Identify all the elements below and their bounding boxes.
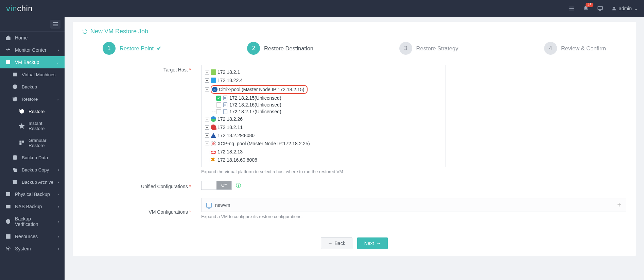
step-restore-destination[interactable]: 2 Restore Destination [247,42,313,55]
sidebar: Home Monitor Center ‹ VM VM Backup ⌄ Vir… [0,17,65,280]
nav-restore-sub[interactable]: Restore [0,105,65,117]
monitor-center-icon [5,47,11,53]
chevron-left-icon: ‹ [58,193,59,196]
nav-label: Instant Restore [29,121,59,131]
notification-badge: 46 [586,3,593,7]
step-review[interactable]: 4 Review & Confirm [544,42,606,55]
server-icon [223,109,227,114]
topbar: vinchin 46 admin ⌄ [0,0,644,17]
step-num: 3 [399,42,412,55]
vm-icon [206,203,212,208]
hamburger-icon[interactable] [50,20,60,29]
tree-node[interactable]: +172.18.2.29:8080 [205,131,442,139]
nav-restore[interactable]: Restore ⌄ [0,93,65,105]
expand-icon[interactable]: + [205,142,209,146]
tree-child-node[interactable]: 172.18.2.16(Unlicensed) [216,101,442,108]
chevron-down-icon: ⌄ [56,97,59,101]
nav-monitor[interactable]: Monitor Center ‹ [0,44,65,56]
next-button[interactable]: Next → [357,237,388,249]
nav-instant-restore[interactable]: Instant Restore [0,117,65,134]
chevron-left-icon: ‹ [58,180,59,184]
chevron-left-icon: ‹ [58,48,59,52]
step-num: 1 [103,42,116,55]
nav-label: Backup [22,84,37,89]
checkbox[interactable] [216,109,221,114]
tree-node[interactable]: +172.18.2.1 [205,68,442,76]
tree-node-citrix[interactable]: − Citrix-pool (Master Node IP:172.18.2.1… [205,84,442,95]
instant-icon [19,123,24,129]
nav-label: System [15,246,31,251]
chevron-left-icon: ‹ [58,205,59,209]
nav-resources[interactable]: Resources ‹ [0,230,65,243]
citrix-icon [212,87,217,92]
nav-label: Monitor Center [15,47,47,53]
server-icon [223,96,227,100]
vm-config-box[interactable]: newvm + [201,198,626,212]
svg-rect-22 [6,234,8,236]
nav-vm-backup[interactable]: VM VM Backup ⌄ [0,56,65,68]
unified-toggle[interactable]: Off [201,181,232,190]
tree-node[interactable]: +172.18.22.4 [205,76,442,84]
nav-virtual-machines[interactable]: Virtual Machines [0,68,65,81]
archive-icon [12,179,18,185]
step-label: Restore Strategy [416,45,458,52]
help-text: Expand a VM to configure its restore con… [201,214,626,219]
nav-home[interactable]: Home [0,32,65,44]
nav-label: Virtual Machines [22,72,56,77]
target-host-label: Target Host * [82,65,201,72]
checkbox[interactable] [216,102,221,108]
nav-backup-verification[interactable]: Backup Verification ‹ [0,213,65,230]
unified-config-row: Unified Configurations * Off ⓘ [82,181,626,190]
expand-icon[interactable]: + [205,150,209,154]
expand-icon[interactable]: + [205,158,209,162]
granular-icon [19,140,24,146]
step-label: Review & Confirm [561,45,606,52]
expand-icon[interactable]: + [205,125,209,130]
tree-node[interactable]: +XCP-ng_pool (Master Node IP:172.18.2.25… [205,139,442,148]
tree-children: 172.18.2.15(Unlicensed) 172.18.2.16(Unli… [212,95,442,115]
nav-label: Resources [15,234,38,239]
expand-icon[interactable]: + [205,117,209,121]
nav-system[interactable]: System ‹ [0,243,65,255]
nav-label: Restore [22,97,38,102]
info-icon[interactable]: ⓘ [236,182,241,189]
step-restore-point[interactable]: 1 Restore Point ✔ [103,42,161,55]
vmware-icon [211,69,216,75]
tree-child-node[interactable]: 172.18.2.15(Unlicensed) [216,95,442,101]
logo: vinchin [6,4,33,13]
nav-backup-data[interactable]: Backup Data [0,151,65,164]
tree-node[interactable]: +172.18.2.13 [205,148,442,156]
list-icon[interactable] [569,5,575,12]
step-num: 4 [544,42,557,55]
logo-accent: vin [6,4,17,13]
monitor-icon[interactable] [597,5,603,12]
expand-icon[interactable]: + [205,78,209,83]
chevron-down-icon: ⌄ [56,61,59,64]
back-button[interactable]: ← Back [321,237,352,249]
wizard-steps: 1 Restore Point ✔ 2 Restore Destination … [82,42,626,65]
nav-backup-copy[interactable]: Backup Copy ‹ [0,164,65,176]
tree-node[interactable]: +✖172.18.16.60:8006 [205,156,442,164]
expand-vm-icon[interactable]: + [617,201,621,209]
bell-icon[interactable]: 46 [583,5,589,12]
tree-node[interactable]: +172.18.2.11 [205,123,442,131]
expand-icon[interactable]: + [205,133,209,138]
checkbox[interactable] [216,96,221,101]
svg-rect-1 [569,8,574,9]
tree-child-node[interactable]: 172.18.2.17(Unlicensed) [216,108,442,115]
expand-icon[interactable]: + [205,70,209,75]
tree-node[interactable]: +172.18.2.26 [205,115,442,123]
nav-label: Granular Restore [29,138,59,148]
restore-sub-icon [19,109,24,114]
restore-icon [12,96,18,102]
user-menu[interactable]: admin ⌄ [611,6,638,11]
nav-nas-backup[interactable]: NAS Backup ‹ [0,200,65,213]
collapse-icon[interactable]: − [205,87,209,92]
nav-backup-archive[interactable]: Backup Archive ‹ [0,176,65,188]
step-label: Restore Destination [264,45,313,52]
chevron-left-icon: ‹ [58,168,59,172]
nav-backup[interactable]: Backup [0,81,65,93]
nav-granular-restore[interactable]: Granular Restore [0,134,65,151]
nav-physical-backup[interactable]: Physical Backup ‹ [0,188,65,200]
step-restore-strategy[interactable]: 3 Restore Strategy [399,42,458,55]
